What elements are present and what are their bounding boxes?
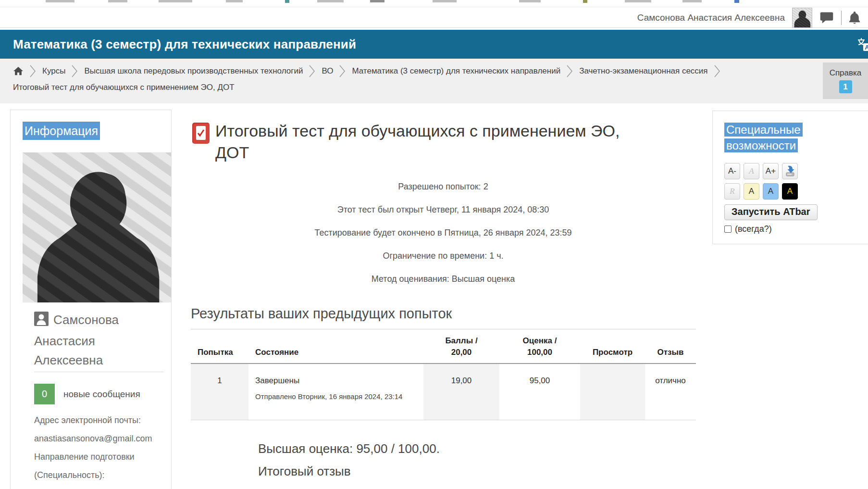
bookmarks-bar-remnant bbox=[0, 0, 868, 7]
breadcrumb-item-session[interactable]: Зачетно-экзаменационная сессия bbox=[579, 66, 707, 76]
accessibility-panel: Специальные возможности A- A A+ R A A A … bbox=[712, 111, 868, 244]
always-label: (всегда?) bbox=[735, 224, 772, 234]
attempt-number-cell: 1 bbox=[191, 364, 248, 420]
avatar-silhouette-icon bbox=[793, 8, 812, 27]
breadcrumb-current-page: Итоговый тест для обучающихся с применен… bbox=[0, 78, 868, 92]
atbar-always-row: (всегда?) bbox=[724, 224, 868, 234]
bookmark-fragment bbox=[108, 0, 127, 2]
breadcrumb-item-courses[interactable]: Курсы bbox=[42, 66, 65, 76]
bookmark-fragment bbox=[226, 0, 243, 2]
quiz-info-attempts: Разрешено попыток: 2 bbox=[191, 175, 695, 198]
attempt-state-cell: Завершены Отправлено Вторник, 16 января … bbox=[248, 364, 423, 420]
scheme-blue-button[interactable]: A bbox=[763, 183, 779, 200]
user-name-link[interactable]: Самсонова Анастасия Алексеевна bbox=[637, 13, 785, 23]
breadcrumb-item-school[interactable]: Высшая школа передовых производственных … bbox=[84, 66, 303, 76]
study-form-label: Форма обучения: bbox=[34, 484, 155, 489]
save-settings-button[interactable] bbox=[782, 163, 798, 179]
attempts-table: Попытка Состояние Баллы / 20,00 Оценка /… bbox=[191, 329, 696, 420]
col-feedback: Отзыв bbox=[645, 329, 696, 364]
translate-icon[interactable]: A bbox=[857, 37, 868, 51]
info-panel: Информация Самсонова Анастасия Алексеевн… bbox=[10, 110, 172, 489]
favicon-fragment bbox=[583, 0, 587, 3]
bookmark-fragment bbox=[519, 0, 541, 2]
quiz-title: Итоговый тест для обучающихся с применен… bbox=[215, 120, 624, 163]
profile-name-row: Самсонова Анастасия Алексеевна bbox=[34, 310, 145, 370]
revert-scheme-button[interactable]: R bbox=[724, 183, 740, 200]
save-icon bbox=[785, 165, 795, 177]
attempt-marks-cell: 19,00 bbox=[423, 364, 499, 420]
chevron-right-icon bbox=[29, 64, 37, 78]
bookmark-fragment bbox=[317, 0, 344, 2]
course-header: Математика (3 семестр) для технических н… bbox=[0, 30, 868, 59]
main-content: Итоговый тест для обучающихся с применен… bbox=[191, 103, 695, 479]
new-messages-label[interactable]: новые сообщения bbox=[63, 389, 140, 400]
scheme-yellow-button[interactable]: A bbox=[744, 183, 759, 200]
breadcrumb-item-course[interactable]: Математика (3 семестр) для технических н… bbox=[352, 66, 560, 76]
best-grade-text: Высшая оценка: 95,00 / 100,00. bbox=[258, 440, 695, 457]
course-title: Математика (3 семестр) для технических н… bbox=[0, 37, 356, 52]
bookmark-fragment bbox=[682, 0, 702, 2]
quiz-icon bbox=[192, 123, 210, 144]
speciality-label: Направление подготовки (Специальность): bbox=[34, 448, 155, 484]
scheme-contrast-button[interactable]: A bbox=[782, 183, 798, 200]
col-grade: Оценка / 100,00 bbox=[499, 329, 580, 364]
quiz-icon-page bbox=[196, 126, 206, 140]
favicon-fragment bbox=[734, 0, 739, 3]
bookmark-fragment bbox=[433, 0, 457, 2]
attempt-submitted-detail: Отправлено Вторник, 16 января 2024, 23:1… bbox=[255, 390, 414, 403]
messages-icon[interactable] bbox=[819, 11, 834, 25]
svg-text:A: A bbox=[865, 44, 868, 51]
quiz-info-timelimit: Ограничение по времени: 1 ч. bbox=[191, 244, 695, 267]
attempt-feedback-cell: отлично bbox=[645, 364, 696, 420]
avatar[interactable] bbox=[792, 8, 812, 28]
attempts-table-header-row: Попытка Состояние Баллы / 20,00 Оценка /… bbox=[191, 329, 696, 364]
attempt-row: 1 Завершены Отправлено Вторник, 16 январ… bbox=[191, 364, 696, 420]
font-increase-button[interactable]: A+ bbox=[763, 163, 779, 179]
col-state: Состояние bbox=[248, 329, 423, 364]
chevron-right-icon bbox=[339, 64, 346, 78]
accessibility-title: Специальные возможности bbox=[724, 122, 813, 153]
panel-divider bbox=[34, 372, 164, 372]
always-checkbox[interactable] bbox=[724, 226, 732, 233]
messages-row: 0 новые сообщения bbox=[34, 384, 171, 404]
bookmark-fragment bbox=[46, 0, 74, 2]
chevron-right-icon bbox=[309, 64, 316, 78]
color-scheme-buttons-row: R A A A bbox=[724, 183, 868, 200]
launch-atbar-button[interactable]: Запустить ATbar bbox=[724, 204, 818, 220]
user-top-bar: Самсонова Анастасия Алексеевна bbox=[0, 8, 868, 28]
profile-photo bbox=[23, 152, 171, 302]
final-feedback-heading: Итоговый отзыв bbox=[258, 463, 695, 479]
user-icon bbox=[34, 312, 49, 331]
bookmark-fragment bbox=[370, 0, 384, 2]
font-size-buttons-row: A- A A+ bbox=[724, 163, 868, 179]
attempt-state: Завершены bbox=[255, 375, 421, 387]
home-icon[interactable] bbox=[13, 66, 24, 76]
attempt-review-cell bbox=[580, 364, 645, 420]
help-count-badge: 1 bbox=[839, 80, 852, 93]
quiz-info-grading-method: Метод оценивания: Высшая оценка bbox=[191, 267, 695, 290]
toolbar-divider bbox=[841, 11, 842, 25]
chevron-right-icon bbox=[566, 64, 573, 78]
col-attempt: Попытка bbox=[191, 329, 248, 364]
bookmark-fragment bbox=[625, 0, 651, 2]
help-block[interactable]: Справка 1 bbox=[823, 63, 868, 99]
col-review: Просмотр bbox=[580, 329, 645, 364]
breadcrumb: Курсы Высшая школа передовых производств… bbox=[0, 59, 868, 103]
notifications-bell-icon[interactable] bbox=[849, 11, 860, 25]
profile-details: Адрес электронной почты: anastiasansonov… bbox=[34, 411, 155, 489]
col-marks: Баллы / 20,00 bbox=[423, 329, 499, 364]
chevron-right-icon bbox=[714, 64, 721, 78]
email-value: anastiasansonova@gmail.com bbox=[34, 429, 155, 448]
font-decrease-button[interactable]: A- bbox=[724, 163, 740, 179]
font-default-button[interactable]: A bbox=[744, 163, 759, 179]
quiz-info-closes: Тестирование будет окончено в Пятница, 2… bbox=[191, 221, 695, 244]
info-panel-title: Информация bbox=[23, 122, 100, 140]
bookmark-fragment bbox=[159, 0, 192, 2]
results-heading: Результаты ваших предыдущих попыток bbox=[191, 305, 695, 322]
quiz-title-row: Итоговый тест для обучающихся с применен… bbox=[191, 120, 695, 163]
breadcrumb-item-vo[interactable]: ВО bbox=[322, 66, 333, 76]
breadcrumb-row-1: Курсы Высшая школа передовых производств… bbox=[0, 59, 868, 78]
email-label: Адрес электронной почты: bbox=[34, 411, 155, 429]
quiz-info-block: Разрешено попыток: 2 Этот тест был откры… bbox=[191, 175, 695, 290]
quiz-info-opened: Этот тест был открыт Четверг, 11 января … bbox=[191, 198, 695, 221]
